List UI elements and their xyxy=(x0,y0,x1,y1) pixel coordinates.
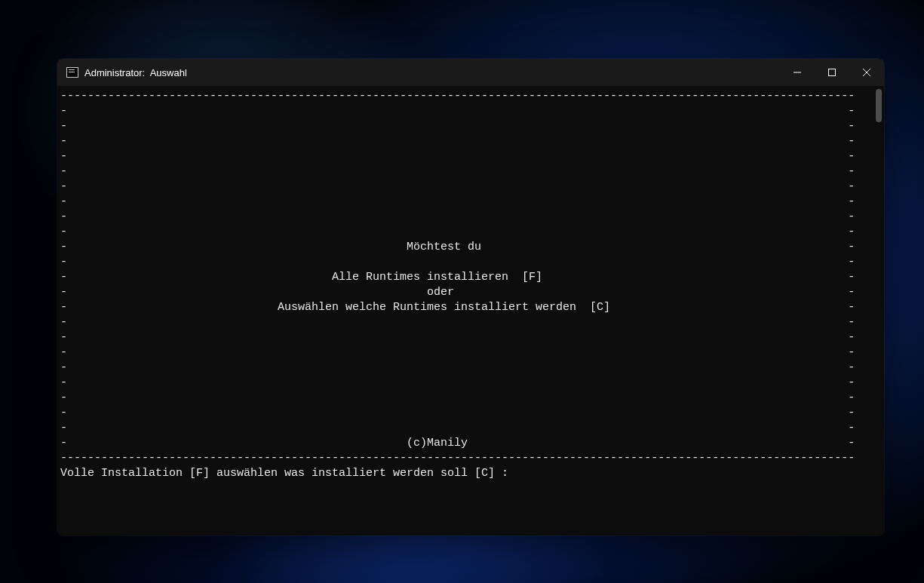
titlebar[interactable]: Administrator: Auswahl xyxy=(57,59,884,86)
close-button[interactable] xyxy=(849,59,884,86)
minimize-button[interactable] xyxy=(780,59,815,86)
window-title: Administrator: Auswahl xyxy=(84,67,187,78)
cmd-icon xyxy=(66,67,78,78)
desktop-wallpaper: Administrator: Auswahl -----------------… xyxy=(0,0,924,583)
terminal-output: ----------------------------------------… xyxy=(57,86,884,481)
maximize-button[interactable] xyxy=(815,59,849,86)
svg-rect-0 xyxy=(829,69,836,76)
vertical-scrollbar[interactable] xyxy=(876,89,882,122)
terminal-client-area[interactable]: ----------------------------------------… xyxy=(57,86,884,535)
console-window: Administrator: Auswahl -----------------… xyxy=(57,59,884,535)
